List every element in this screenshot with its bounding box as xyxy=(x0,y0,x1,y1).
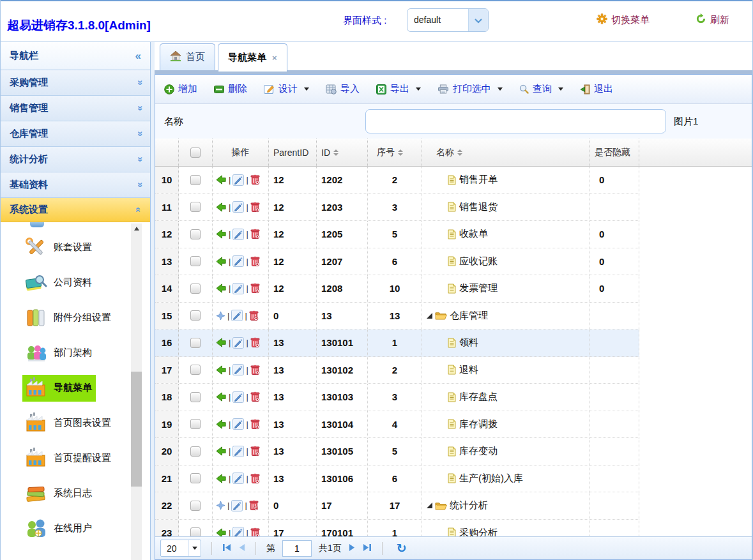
refresh-button[interactable]: 刷新 xyxy=(696,13,729,26)
edit-icon[interactable] xyxy=(232,391,244,403)
trash-icon[interactable] xyxy=(250,337,260,348)
page-number-input[interactable] xyxy=(282,540,312,557)
edit-icon[interactable] xyxy=(232,418,244,430)
edit-icon[interactable] xyxy=(232,473,244,484)
move-left-icon[interactable] xyxy=(216,365,227,375)
trash-icon[interactable] xyxy=(249,500,259,511)
prev-page-button[interactable] xyxy=(238,543,245,554)
edit-icon[interactable] xyxy=(232,337,244,349)
trash-icon[interactable] xyxy=(250,527,260,536)
column-header-name[interactable]: 名称 xyxy=(422,139,589,166)
toolbar-button-设计[interactable]: 设计 xyxy=(264,83,309,95)
sidebar-item-公司资料[interactable]: 公司资料 xyxy=(1,265,131,300)
table-row[interactable]: 23||171701011采购分析 xyxy=(155,520,639,537)
column-header-id[interactable]: ID xyxy=(317,139,368,166)
row-checkbox[interactable] xyxy=(190,419,201,429)
first-page-button[interactable] xyxy=(222,543,231,554)
trash-icon[interactable] xyxy=(250,446,260,457)
row-checkbox[interactable] xyxy=(190,527,201,536)
toolbar-button-导入[interactable]: 导入 xyxy=(326,83,360,95)
tree-expand-icon[interactable] xyxy=(427,313,432,319)
tree-expand-icon[interactable] xyxy=(427,503,432,508)
edit-icon[interactable] xyxy=(232,446,244,457)
sidebar-item-账套设置[interactable]: 账套设置 xyxy=(1,230,131,265)
sort-icon[interactable] xyxy=(333,149,338,156)
edit-icon[interactable] xyxy=(231,500,243,511)
row-checkbox[interactable] xyxy=(190,501,201,511)
row-checkbox[interactable] xyxy=(190,392,201,402)
table-row[interactable]: 13||1212076应收记账0 xyxy=(155,248,639,276)
sidebar-group[interactable]: 统计分析« xyxy=(1,147,150,172)
move-left-icon[interactable] xyxy=(216,202,227,213)
row-checkbox[interactable] xyxy=(190,365,201,375)
next-page-button[interactable] xyxy=(349,543,356,554)
reload-grid-button[interactable]: ↻ xyxy=(397,541,407,556)
sidebar-group[interactable]: 采购管理« xyxy=(1,70,150,96)
row-checkbox[interactable] xyxy=(190,446,201,457)
column-header-seq[interactable]: 序号 xyxy=(368,139,422,166)
trash-icon[interactable] xyxy=(249,310,259,321)
page-size-dropdown-button[interactable] xyxy=(188,540,201,556)
trash-icon[interactable] xyxy=(250,283,260,294)
edit-icon[interactable] xyxy=(232,174,244,186)
edit-icon[interactable] xyxy=(232,364,244,375)
trash-icon[interactable] xyxy=(250,202,260,213)
name-search-input[interactable] xyxy=(365,109,666,133)
table-row[interactable]: 15||01313仓库管理 xyxy=(155,303,639,330)
tab-home[interactable]: 首页 xyxy=(160,43,215,70)
sort-icon[interactable] xyxy=(457,149,462,156)
edit-icon[interactable] xyxy=(232,527,244,536)
move-left-icon[interactable] xyxy=(216,473,227,484)
ui-style-select[interactable]: default xyxy=(407,8,489,32)
trash-icon[interactable] xyxy=(250,174,260,185)
toolbar-button-打印选中[interactable]: 打印选中 xyxy=(437,83,503,95)
move-left-icon[interactable] xyxy=(216,283,227,294)
trash-icon[interactable] xyxy=(250,419,260,430)
row-checkbox[interactable] xyxy=(190,284,201,294)
toolbar-button-导出[interactable]: 导出 xyxy=(376,83,421,95)
table-row[interactable]: 22||01717统计分析 xyxy=(155,492,639,520)
table-row[interactable]: 12||1212055收款单0 xyxy=(155,221,639,248)
edit-icon[interactable] xyxy=(232,201,244,213)
tab-nav-menu[interactable]: 导航菜单 × xyxy=(218,43,287,72)
sidebar-item-在线用户[interactable]: 在线用户 xyxy=(1,511,131,546)
trash-icon[interactable] xyxy=(250,365,260,375)
row-checkbox[interactable] xyxy=(190,473,201,483)
toolbar-button-查询[interactable]: 查询 xyxy=(519,83,563,95)
trash-icon[interactable] xyxy=(250,473,260,484)
table-row[interactable]: 11||1212033销售退货 xyxy=(155,194,639,222)
edit-icon[interactable] xyxy=(232,229,244,240)
close-icon[interactable]: × xyxy=(272,53,277,63)
row-checkbox[interactable] xyxy=(190,175,201,185)
scroll-up-arrow[interactable] xyxy=(131,223,142,234)
toolbar-button-退出[interactable]: 退出 xyxy=(580,83,613,95)
add-child-icon[interactable] xyxy=(216,501,225,510)
trash-icon[interactable] xyxy=(250,256,260,267)
column-header-parentid[interactable]: ParentID xyxy=(269,139,317,166)
trash-icon[interactable] xyxy=(250,391,260,402)
table-row[interactable]: 14||12120810发票管理0 xyxy=(155,275,639,303)
select-all-checkbox[interactable] xyxy=(190,148,201,158)
sidebar-item-附件分组设置[interactable]: 附件分组设置 xyxy=(1,300,131,335)
edit-icon[interactable] xyxy=(232,255,244,267)
move-left-icon[interactable] xyxy=(216,337,227,348)
move-left-icon[interactable] xyxy=(216,174,227,185)
move-left-icon[interactable] xyxy=(216,527,227,536)
sidebar-item-导航菜单[interactable]: 导航菜单 xyxy=(1,370,131,405)
switch-menu-button[interactable]: 切换菜单 xyxy=(597,13,650,26)
row-checkbox[interactable] xyxy=(190,310,201,321)
edit-icon[interactable] xyxy=(232,283,244,294)
scrollbar-thumb[interactable] xyxy=(131,372,142,487)
move-left-icon[interactable] xyxy=(216,391,227,402)
move-left-icon[interactable] xyxy=(216,229,227,239)
sidebar-group-system-settings[interactable]: 系统设置 « xyxy=(1,198,150,222)
move-left-icon[interactable] xyxy=(216,446,227,457)
row-checkbox[interactable] xyxy=(190,202,201,212)
sort-icon[interactable] xyxy=(398,149,403,156)
toolbar-button-删除[interactable]: 删除 xyxy=(214,83,247,95)
move-left-icon[interactable] xyxy=(216,256,227,267)
combo-dropdown-button[interactable] xyxy=(468,9,488,31)
table-row[interactable]: 21||131301066生产(初始)入库 xyxy=(155,465,639,493)
sidebar-item-首页提醒设置[interactable]: 首页提醒设置 xyxy=(1,441,131,476)
page-size-select[interactable]: 20 xyxy=(160,540,201,557)
